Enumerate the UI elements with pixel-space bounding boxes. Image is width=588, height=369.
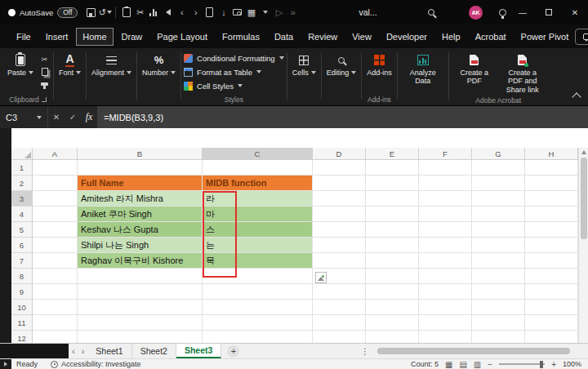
- camera-qat-button[interactable]: [230, 4, 244, 20]
- cell-D6[interactable]: [313, 238, 366, 253]
- undo-button[interactable]: ↺: [98, 4, 112, 20]
- comments-button[interactable]: Comments: [575, 29, 588, 45]
- cell-B4[interactable]: Aniket 쿠마 Singh: [78, 207, 203, 222]
- cell-B11[interactable]: [78, 315, 203, 331]
- sheet-tab-sheet3[interactable]: Sheet3: [176, 344, 221, 358]
- in-cell-image-icon[interactable]: [315, 272, 327, 283]
- zoom-slider[interactable]: [499, 363, 545, 365]
- document-qat-button[interactable]: [203, 4, 216, 20]
- cell-B6[interactable]: Shilpi 나는 Singh: [78, 238, 203, 253]
- cell-D4[interactable]: [313, 207, 366, 222]
- menu-tab-data[interactable]: Data: [268, 28, 300, 46]
- row-header-6[interactable]: 6: [11, 238, 33, 253]
- cell-A6[interactable]: [33, 238, 78, 253]
- cell-styles-button[interactable]: Cell Styles: [184, 79, 243, 92]
- alignment-button[interactable]: Alignment: [89, 51, 134, 78]
- select-all-corner[interactable]: [11, 148, 33, 160]
- cell-B2[interactable]: Full Name: [78, 176, 203, 191]
- analyze-data-button[interactable]: Analyze Data: [400, 51, 446, 87]
- cells-button[interactable]: Cells: [290, 51, 318, 78]
- minimize-button[interactable]: —: [510, 0, 536, 24]
- row-header-4[interactable]: 4: [11, 207, 33, 222]
- row-header-2[interactable]: 2: [11, 176, 33, 191]
- cell-A3[interactable]: [33, 191, 78, 207]
- cell-B9[interactable]: [78, 284, 203, 300]
- cell-C12[interactable]: [203, 331, 313, 343]
- vertical-scrollbar-thumb[interactable]: [581, 158, 587, 239]
- macro-record-button[interactable]: [0, 359, 11, 369]
- cell-G8[interactable]: [472, 269, 525, 284]
- search-button[interactable]: [425, 4, 439, 20]
- row-header-10[interactable]: 10: [11, 300, 33, 315]
- cell-F5[interactable]: [419, 222, 472, 238]
- enter-button[interactable]: ✓: [65, 106, 81, 128]
- close-button[interactable]: ✕: [562, 0, 588, 24]
- cell-B5[interactable]: Keshav 나스 Gupta: [78, 222, 203, 238]
- cell-D1[interactable]: [313, 160, 366, 176]
- cell-G3[interactable]: [472, 191, 525, 207]
- menu-tab-insert[interactable]: Insert: [39, 28, 75, 46]
- cell-A8[interactable]: [33, 269, 78, 284]
- cell-D11[interactable]: [313, 315, 366, 331]
- scroll-up-icon[interactable]: [581, 150, 586, 154]
- zoom-level[interactable]: 100%: [563, 360, 581, 368]
- menu-tab-page-layout[interactable]: Page Layout: [150, 28, 214, 46]
- cell-G9[interactable]: [472, 284, 525, 300]
- cell-B7[interactable]: Raghav 이목구비 Kishore: [78, 253, 203, 269]
- cell-H9[interactable]: [525, 284, 578, 300]
- cell-F4[interactable]: [419, 207, 472, 222]
- cut-button[interactable]: ✂: [38, 55, 51, 64]
- cell-B1[interactable]: [78, 160, 203, 176]
- cell-A11[interactable]: [33, 315, 78, 331]
- play-qat-button[interactable]: ▷: [272, 4, 286, 20]
- row-header-8[interactable]: 8: [11, 269, 33, 284]
- cell-A7[interactable]: [33, 253, 78, 269]
- name-box[interactable]: C3: [0, 106, 47, 128]
- annotation-box[interactable]: [203, 191, 237, 278]
- cell-G7[interactable]: [472, 253, 525, 269]
- avatar[interactable]: AK: [469, 6, 483, 20]
- column-header-E[interactable]: E: [366, 148, 419, 160]
- cell-E2[interactable]: [366, 176, 419, 191]
- more-commands-button[interactable]: [258, 4, 272, 20]
- collapse-ribbon-icon[interactable]: [572, 92, 581, 101]
- font-button[interactable]: A Font: [56, 51, 83, 78]
- menu-tab-home[interactable]: Home: [76, 28, 113, 46]
- cancel-button[interactable]: ✕: [48, 106, 65, 128]
- cell-H11[interactable]: [525, 315, 578, 331]
- speaker-qat-button[interactable]: [161, 4, 175, 20]
- cell-H8[interactable]: [525, 269, 578, 284]
- create-pdf-button[interactable]: Create a PDF: [452, 51, 497, 87]
- cell-G11[interactable]: [472, 315, 525, 331]
- cell-F10[interactable]: [419, 300, 472, 315]
- cell-E3[interactable]: [366, 191, 419, 207]
- cell-E12[interactable]: [366, 331, 419, 343]
- formula-input[interactable]: =MIDB(B3,9,3): [98, 106, 588, 128]
- normal-view-icon[interactable]: ▦: [445, 360, 452, 369]
- row-header-11[interactable]: 11: [11, 315, 33, 331]
- cell-H6[interactable]: [525, 238, 578, 253]
- cell-C1[interactable]: [203, 160, 313, 176]
- cell-G1[interactable]: [472, 160, 525, 176]
- column-header-F[interactable]: F: [419, 148, 472, 160]
- cell-D2[interactable]: [313, 176, 366, 191]
- insert-function-button[interactable]: fx: [81, 106, 97, 128]
- cell-F3[interactable]: [419, 191, 472, 207]
- cell-A4[interactable]: [33, 207, 78, 222]
- cell-E9[interactable]: [366, 284, 419, 300]
- save-button[interactable]: [84, 4, 98, 20]
- cell-G10[interactable]: [472, 300, 525, 315]
- zoom-out-icon[interactable]: −: [488, 360, 492, 369]
- menu-tab-review[interactable]: Review: [301, 28, 344, 46]
- cell-H3[interactable]: [525, 191, 578, 207]
- cell-G4[interactable]: [472, 207, 525, 222]
- cell-B8[interactable]: [78, 269, 203, 284]
- menu-tab-formulas[interactable]: Formulas: [216, 28, 266, 46]
- cell-H1[interactable]: [525, 160, 578, 176]
- zoom-slider-thumb[interactable]: [540, 361, 543, 368]
- copy-button[interactable]: [38, 67, 51, 76]
- cell-B3[interactable]: Amitesh 라지 Mishra: [78, 191, 203, 207]
- horizontal-scrollbar[interactable]: [376, 347, 581, 356]
- dialog-launcher-icon[interactable]: [42, 97, 47, 102]
- row-header-5[interactable]: 5: [11, 222, 33, 238]
